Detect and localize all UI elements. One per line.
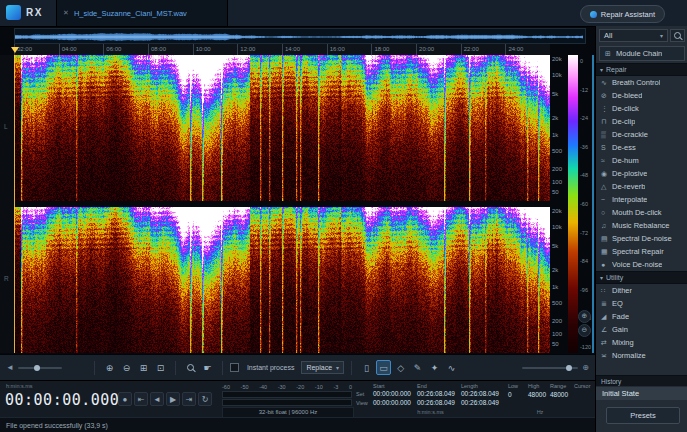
range-value[interactable]: 48000 <box>550 391 572 399</box>
module-label: Module Chain <box>616 49 662 58</box>
selection-value[interactable]: 00:00:00.000 <box>373 399 417 407</box>
waveform-overview[interactable] <box>14 28 586 44</box>
time-frequency-selection-tool-icon[interactable]: ▭ <box>376 360 391 375</box>
file-tab[interactable]: ✕ H_side_Suzanne_Ciani_MST.wav <box>56 0 228 26</box>
module-item-mouth-de-click[interactable]: ○Mouth De-click <box>596 206 687 219</box>
module-item-spectral-de-noise[interactable]: ▤Spectral De-noise <box>596 232 687 245</box>
module-item-de-bleed[interactable]: ⊘De-bleed <box>596 89 687 102</box>
zoom-in-icon[interactable]: ⊕ <box>102 360 117 375</box>
vertical-zoom-in-button[interactable]: ⊕ <box>578 310 591 323</box>
section-header-utility[interactable]: ▾Utility <box>596 271 687 284</box>
module-item-de-ess[interactable]: SDe-ess <box>596 141 687 154</box>
volume-knob[interactable] <box>34 365 40 371</box>
monitor-volume-slider[interactable] <box>18 367 62 369</box>
module-item-de-hum[interactable]: ≈De-hum <box>596 154 687 167</box>
find-similar-tool-icon[interactable]: ∿ <box>444 360 459 375</box>
presets-button[interactable]: Presets <box>606 407 680 424</box>
module-item-normalize[interactable]: ≍Normalize <box>596 349 687 362</box>
module-item-mixing[interactable]: ⇄Mixing <box>596 336 687 349</box>
gain-icon: ∠ <box>601 326 612 334</box>
selection-value[interactable]: 00:26:08.049 <box>417 399 461 407</box>
process-mode-select[interactable]: Replace ▾ <box>301 361 344 374</box>
ruler-label: 12:00 <box>237 44 282 55</box>
freq-label: 5k <box>552 243 558 249</box>
playhead-handle[interactable] <box>11 47 19 53</box>
history-header[interactable]: History <box>596 375 687 386</box>
legend-label: -96 <box>580 287 588 293</box>
magnify-tool-icon[interactable] <box>183 360 198 375</box>
selection-value[interactable]: 00:26:08.049 <box>461 399 505 407</box>
interpolate-icon: ~ <box>601 196 612 203</box>
glyph: ▯ <box>364 363 369 373</box>
magic-wand-tool-icon[interactable]: ✦ <box>427 360 442 375</box>
module-label: Dither <box>612 286 632 295</box>
module-item-eq[interactable]: ≣EQ <box>596 297 687 310</box>
freq-label: 50 <box>552 341 559 347</box>
module-item-de-plosive[interactable]: ◉De-plosive <box>596 167 687 180</box>
fast-forward-button[interactable]: ⇥ <box>182 392 196 406</box>
legend-label: 0 <box>580 58 583 64</box>
time-selection-tool-icon[interactable]: ▯ <box>359 360 374 375</box>
horizontal-zoom-slider[interactable] <box>522 367 578 369</box>
range-header: Range <box>550 383 572 389</box>
time-display[interactable]: 00:00:00.000 <box>5 391 119 409</box>
selection-value[interactable]: 00:00:00.000 <box>373 390 417 398</box>
module-item-interpolate[interactable]: ~Interpolate <box>596 193 687 206</box>
zoom-knob[interactable] <box>566 365 572 371</box>
playhead-line[interactable] <box>14 55 15 353</box>
module-filter-value: All <box>604 31 612 40</box>
range-header: High <box>528 383 550 389</box>
module-label: Voice De-noise <box>612 260 662 269</box>
go-to-start-button[interactable]: ⇤ <box>134 392 148 406</box>
module-item-de-reverb[interactable]: △De-reverb <box>596 180 687 193</box>
zoom-selection-icon[interactable]: ⊞ <box>136 360 151 375</box>
instant-process-checkbox[interactable] <box>230 363 239 372</box>
panel-scrollbar[interactable] <box>592 55 594 353</box>
range-value[interactable]: 0 <box>508 391 528 399</box>
lasso-selection-tool-icon[interactable]: ◇ <box>393 360 408 375</box>
zoom-out-icon[interactable]: ⊖ <box>119 360 134 375</box>
de-reverb-icon: △ <box>601 183 612 191</box>
module-label: Interpolate <box>612 195 647 204</box>
section-header-repair[interactable]: ▾Repair <box>596 63 687 76</box>
module-item-music-rebalance[interactable]: ♫Music Rebalance <box>596 219 687 232</box>
play-button[interactable]: ▶ <box>166 392 180 406</box>
record-button[interactable]: ● <box>118 392 132 406</box>
module-item-module-chain[interactable]: ⊞Module Chain <box>599 46 685 61</box>
vertical-zoom-out-button[interactable]: ⊖ <box>578 324 591 337</box>
module-item-de-crackle[interactable]: ▒De-crackle <box>596 128 687 141</box>
module-filter-select[interactable]: All ▾ <box>599 29 668 42</box>
tab-close-icon[interactable]: ✕ <box>63 9 69 17</box>
spectrogram-left-channel[interactable] <box>14 55 550 201</box>
rewind-button[interactable]: ◄ <box>150 392 164 406</box>
module-label: Mouth De-click <box>612 208 662 217</box>
module-item-spectral-repair[interactable]: ▦Spectral Repair <box>596 245 687 258</box>
spectrogram-right-channel[interactable] <box>14 207 550 353</box>
selection-value[interactable]: 00:26:08.049 <box>417 390 461 398</box>
brush-selection-tool-icon[interactable]: ✎ <box>410 360 425 375</box>
range-value[interactable]: 48000 <box>528 391 550 399</box>
module-item-de-clip[interactable]: ⊓De-clip <box>596 115 687 128</box>
time-ruler[interactable]: 02:0004:0006:0008:0010:0012:0014:0016:00… <box>14 44 550 55</box>
module-item-fade[interactable]: ◢Fade <box>596 310 687 323</box>
repair-assistant-button[interactable]: Repair Assistant <box>580 5 665 23</box>
freq-label: 500 <box>552 300 562 306</box>
module-list: ⊞Module Chain▾Repair∿Breath Control⊘De-b… <box>596 45 687 381</box>
zoom-in-slider-icon[interactable]: ⊕ <box>582 363 589 372</box>
channel-label-r[interactable]: R <box>4 275 9 282</box>
history-item[interactable]: Initial State <box>596 387 687 400</box>
transport-bar: h:min:s.ms 00:00:00.000 ●⇤◄▶⇥↻ -60-50-40… <box>0 380 595 418</box>
grab-tool-icon[interactable]: ☛ <box>200 360 215 375</box>
module-item-voice-de-noise[interactable]: ●Voice De-noise <box>596 258 687 271</box>
loop-button[interactable]: ↻ <box>198 392 212 406</box>
module-search-button[interactable] <box>670 29 685 42</box>
module-item-gain[interactable]: ∠Gain <box>596 323 687 336</box>
module-item-de-click[interactable]: ⋮De-click <box>596 102 687 115</box>
module-item-breath-control[interactable]: ∿Breath Control <box>596 76 687 89</box>
selection-value[interactable]: 00:26:08.049 <box>461 390 505 398</box>
freq-label: 2k <box>552 267 558 273</box>
zoom-fit-icon[interactable]: ⊡ <box>153 360 168 375</box>
channel-label-l[interactable]: L <box>4 123 8 130</box>
module-item-dither[interactable]: ∷Dither <box>596 284 687 297</box>
freq-label: 200 <box>552 166 562 172</box>
